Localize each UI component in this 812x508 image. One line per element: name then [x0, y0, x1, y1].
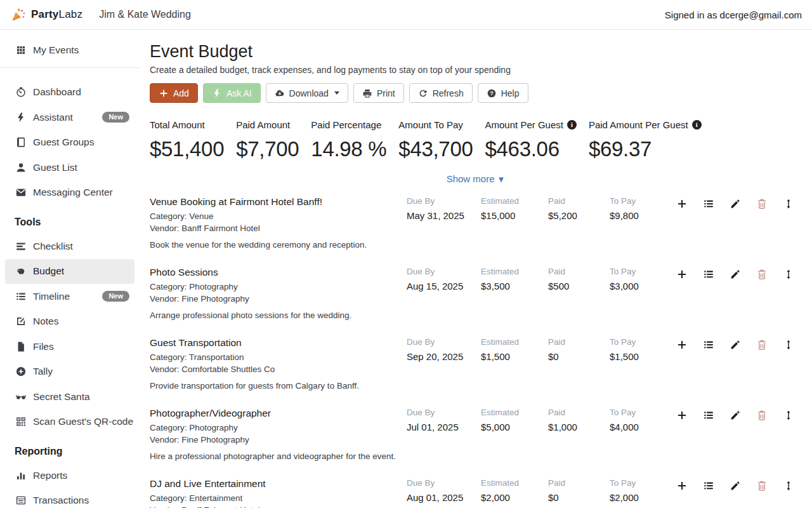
sidebar-item-notes[interactable]: Notes — [5, 309, 134, 335]
info-icon[interactable]: i — [692, 120, 702, 130]
signed-in-text[interactable]: Signed in as dcerge@gmail.com — [665, 10, 802, 20]
button-label: Ask AI — [226, 88, 252, 98]
budget-item-category: Category: Entertainment — [150, 492, 399, 504]
stat-label-text: Paid Amount Per Guest — [589, 119, 688, 130]
info-icon[interactable]: i — [567, 120, 577, 130]
printer-icon — [362, 88, 372, 98]
budget-item-category: Category: Photography — [150, 422, 399, 434]
button-label: Download — [289, 88, 329, 98]
column-to-pay: To Pay$1,500 — [610, 337, 664, 362]
edit-button[interactable] — [730, 269, 741, 280]
budget-item-title: Venue Booking at Fairmont Hotel Banff! — [150, 196, 399, 208]
sidebar-item-assistant[interactable]: AssistantNew — [5, 105, 134, 130]
sidebar-item-secret-santa[interactable]: Secret Santa — [5, 384, 134, 410]
stat-amount-per-guest: Amount Per Guesti$463.06 — [485, 119, 577, 161]
download-button[interactable]: Download — [266, 83, 348, 103]
sidebar-item-messaging-center[interactable]: Messaging Center — [5, 180, 134, 206]
sidebar-item-label: Timeline — [33, 291, 70, 302]
payments-list-button[interactable] — [703, 339, 714, 351]
print-button[interactable]: Print — [353, 83, 404, 103]
sidebar-item-label: My Events — [33, 44, 79, 56]
sidebar-item-checklist[interactable]: Checklist — [5, 234, 134, 259]
column-value: $3,500 — [481, 281, 543, 291]
add-payment-button[interactable] — [676, 269, 688, 280]
sidebar: My EventsDashboardAssistantNewGuest Grou… — [0, 30, 140, 508]
payments-list-button[interactable] — [703, 410, 714, 421]
stat-label-text: Total Amount — [150, 119, 205, 130]
sidebar-item-label: Dashboard — [33, 86, 81, 98]
delete-button[interactable] — [756, 339, 768, 351]
row-actions — [676, 408, 802, 421]
sidebar-item-dashboard[interactable]: Dashboard — [5, 80, 134, 105]
glasses-icon — [15, 391, 27, 403]
transactions-icon — [15, 495, 27, 506]
delete-button[interactable] — [756, 198, 768, 210]
sidebar-item-timeline[interactable]: TimelineNew — [5, 284, 134, 309]
budget-item-category: Category: Transportation — [150, 351, 399, 363]
add-payment-button[interactable] — [676, 198, 688, 210]
show-more-link[interactable]: Show more▼ — [150, 173, 802, 184]
edit-button[interactable] — [730, 198, 741, 210]
column-value: $2,000 — [481, 492, 543, 503]
budget-item-description: Provide transportation for guests from C… — [150, 381, 399, 391]
stat-value: $463.06 — [485, 137, 577, 161]
top-bar: PartyLabz Jim & Kate Wedding Signed in a… — [0, 0, 812, 30]
delete-button[interactable] — [756, 269, 768, 280]
reorder-handle[interactable] — [783, 410, 794, 421]
person-icon — [15, 162, 27, 173]
edit-button[interactable] — [730, 410, 741, 421]
stat-label: Paid Percentage — [311, 119, 386, 130]
refresh-button[interactable]: Refresh — [409, 83, 473, 103]
column-label: Estimated — [481, 196, 543, 206]
payments-list-button[interactable] — [703, 480, 714, 491]
sidebar-item-reports[interactable]: Reports — [5, 463, 134, 488]
checklist-icon — [15, 241, 27, 252]
stat-label-text: Amount Per Guest — [485, 119, 563, 130]
new-badge: New — [102, 291, 129, 302]
sidebar-item-guest-groups[interactable]: Guest Groups — [5, 130, 134, 156]
brand[interactable]: PartyLabz — [10, 6, 82, 23]
column-to-pay: To Pay$2,000 — [610, 478, 664, 503]
row-actions — [676, 337, 802, 351]
bolt-icon — [15, 112, 27, 123]
button-label: Add — [173, 88, 189, 98]
stat-value: $51,400 — [150, 137, 224, 161]
add-payment-button[interactable] — [676, 339, 688, 351]
budget-item-info: DJ and Live EntertainmentCategory: Enter… — [150, 478, 407, 508]
sidebar-item-files[interactable]: Files — [5, 334, 134, 359]
add-button[interactable]: Add — [150, 83, 198, 103]
add-payment-button[interactable] — [676, 410, 688, 421]
sidebar-item-guest-list[interactable]: Guest List — [5, 155, 134, 180]
stat-paid-amount: Paid Amount$7,700 — [236, 119, 299, 161]
budget-items-list: Venue Booking at Fairmont Hotel Banff!Ca… — [150, 196, 802, 508]
reorder-handle[interactable] — [783, 480, 794, 491]
column-label: Due By — [407, 408, 476, 417]
help-button[interactable]: ?Help — [478, 83, 528, 103]
column-due: Due ByAug 15, 2025 — [407, 267, 481, 291]
sidebar-item-scan-guest-s-qr-code[interactable]: Scan Guest's QR-code — [5, 410, 134, 435]
delete-button[interactable] — [756, 410, 768, 421]
edit-button[interactable] — [730, 480, 741, 491]
button-label: Print — [377, 88, 395, 98]
ask-ai-button[interactable]: Ask AI — [203, 83, 261, 103]
sidebar-item-my-events[interactable]: My Events — [5, 37, 134, 63]
column-to-pay: To Pay$9,800 — [610, 196, 664, 221]
reorder-handle[interactable] — [783, 339, 794, 351]
add-payment-button[interactable] — [676, 480, 688, 491]
sidebar-item-budget[interactable]: Budget — [5, 259, 134, 284]
reorder-handle[interactable] — [783, 198, 794, 210]
party-popper-logo-icon — [10, 6, 27, 23]
delete-button[interactable] — [756, 480, 768, 491]
edit-button[interactable] — [730, 339, 741, 351]
budget-item-title: Photographer/Videographer — [150, 408, 399, 419]
column-paid: Paid$5,200 — [548, 196, 610, 221]
payments-list-button[interactable] — [703, 198, 714, 210]
reorder-handle[interactable] — [783, 269, 794, 280]
sidebar-item-tally[interactable]: Tally — [5, 359, 134, 385]
budget-item-info: Guest TransportationCategory: Transporta… — [150, 337, 407, 391]
budget-item-row: Guest TransportationCategory: Transporta… — [150, 337, 802, 408]
budget-item-description: Book the venue for the wedding ceremony … — [150, 240, 399, 250]
payments-list-button[interactable] — [703, 269, 714, 280]
sidebar-item-transactions[interactable]: Transactions — [5, 488, 134, 508]
column-label: Due By — [407, 337, 476, 347]
